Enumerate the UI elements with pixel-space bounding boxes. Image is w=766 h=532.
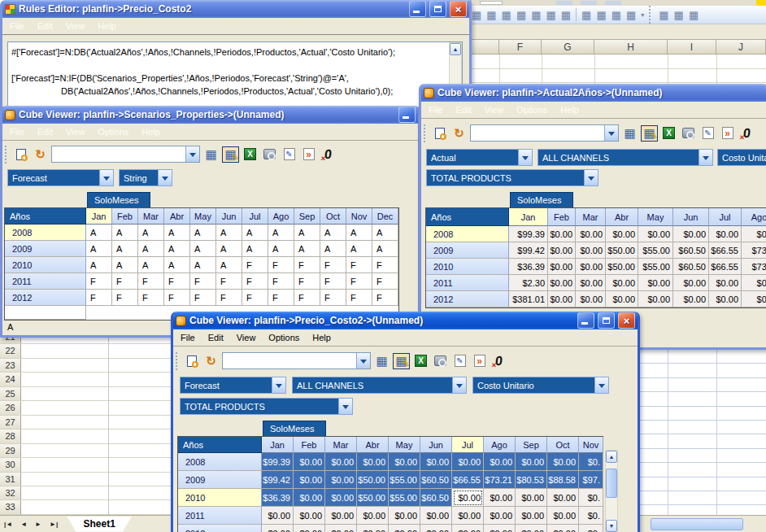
- column-header-feb[interactable]: Feb: [294, 437, 325, 453]
- column-header-dec[interactable]: Dec: [372, 208, 398, 225]
- row-label-2009[interactable]: 2009: [5, 241, 86, 257]
- cell-2012-may[interactable]: F: [190, 290, 216, 306]
- cell-2012-feb[interactable]: $0.00: [294, 525, 325, 532]
- row-label-2011[interactable]: 2011: [5, 273, 86, 290]
- cell-2008-feb[interactable]: A: [112, 225, 138, 241]
- row-header-29[interactable]: 29: [0, 444, 21, 457]
- dimension-combo-measure[interactable]: Costo Unitario: [472, 377, 609, 394]
- cell-2011-nov[interactable]: F: [346, 273, 372, 290]
- tm1-toolbar-icon[interactable]: ▦: [674, 9, 684, 21]
- tm1-toolbar-icon[interactable]: ▦: [659, 9, 668, 21]
- maximize-button[interactable]: [429, 1, 446, 17]
- cell-2011-ago[interactable]: $0.0: [742, 275, 766, 291]
- cell-2012-mar[interactable]: F: [138, 290, 164, 306]
- column-header-nov[interactable]: Nov: [346, 208, 372, 225]
- toolbar-grip[interactable]: [424, 124, 428, 142]
- cell-2012-jun[interactable]: F: [216, 290, 242, 306]
- cell-2011-may[interactable]: F: [190, 273, 216, 290]
- cell-2011-oct[interactable]: F: [320, 273, 346, 290]
- cell-2009-feb[interactable]: A: [112, 241, 138, 257]
- scrollbar-thumb[interactable]: [606, 469, 617, 498]
- cell-2008-feb[interactable]: $0.00: [294, 453, 325, 471]
- recalculate-icon[interactable]: ↻: [450, 125, 468, 142]
- cell-2008-jan[interactable]: $99.39: [262, 453, 294, 471]
- cell-2010-may[interactable]: A: [190, 257, 216, 273]
- cell-2008-ago[interactable]: A: [268, 225, 294, 241]
- column-header-sep[interactable]: Sep: [294, 208, 320, 225]
- cell-2011-abr[interactable]: $0.00: [606, 275, 638, 291]
- cell-2008-abr[interactable]: A: [164, 225, 190, 241]
- cell-2011-jan[interactable]: F: [86, 273, 112, 290]
- open-cube-icon[interactable]: [12, 146, 29, 163]
- column-header-jan[interactable]: Jan: [509, 208, 548, 226]
- column-header-j[interactable]: J: [716, 39, 766, 55]
- dimension-combo-measure[interactable]: Costo Unitario: [717, 149, 766, 166]
- cell-2008-nov[interactable]: $0.: [579, 453, 603, 471]
- cell-2011-jul[interactable]: $0.00: [709, 275, 742, 291]
- cell-2009-feb[interactable]: $0.00: [548, 242, 576, 259]
- cell-2011-sep[interactable]: $0.00: [516, 507, 547, 525]
- cell-2008-sep[interactable]: A: [294, 225, 320, 241]
- cell-2012-may[interactable]: $0.00: [638, 291, 673, 307]
- export-excel-icon[interactable]: X: [660, 125, 677, 142]
- cell-2011-sep[interactable]: F: [294, 273, 320, 290]
- cell-2008-dec[interactable]: A: [372, 225, 398, 241]
- edit-grid-icon[interactable]: ▦✎: [641, 125, 658, 142]
- cell-2008-oct[interactable]: $0.00: [547, 453, 579, 471]
- cell-2012-jul[interactable]: $0.00: [709, 291, 742, 307]
- row-label-2009[interactable]: 2009: [426, 242, 509, 259]
- row-label-2012[interactable]: 2012: [178, 525, 262, 532]
- column-header-jul[interactable]: Jul: [452, 437, 484, 453]
- column-dimension-tab[interactable]: SoloMeses: [87, 192, 150, 207]
- cell-2009-abr[interactable]: $50.00: [606, 242, 638, 259]
- row-header-28[interactable]: 28: [0, 430, 21, 443]
- menu-item-help[interactable]: Help: [135, 124, 167, 139]
- cell-2011-mar[interactable]: $0.00: [325, 507, 357, 525]
- column-header-oct[interactable]: Oct: [320, 208, 346, 225]
- minimize-button[interactable]: [577, 312, 594, 329]
- row-dimension-header[interactable]: Años: [5, 208, 86, 225]
- column-dimension-tab[interactable]: SoloMeses: [510, 192, 573, 207]
- cell-2012-jun[interactable]: $0.00: [673, 291, 709, 307]
- column-header-ago[interactable]: Ago: [484, 437, 516, 453]
- combo-dropdown-button[interactable]: [518, 150, 532, 165]
- row-dimension-header[interactable]: Años: [426, 208, 509, 226]
- menu-item-edit[interactable]: Edit: [450, 102, 478, 117]
- view-selector-combo[interactable]: [51, 146, 200, 163]
- cell-2009-ago[interactable]: $73.2: [742, 242, 766, 259]
- cell-2009-mar[interactable]: A: [138, 241, 164, 257]
- cell-2012-mar[interactable]: $0.00: [325, 525, 357, 532]
- cell-2010-ago[interactable]: F: [268, 257, 294, 273]
- dimension-combo-product[interactable]: TOTAL PRODUCTS: [426, 169, 598, 186]
- column-header-partial[interactable]: [472, 39, 499, 55]
- cell-2010-jul[interactable]: $0.00: [452, 489, 484, 507]
- cell-2009-nov[interactable]: A: [346, 241, 372, 257]
- cell-2008-sep[interactable]: $0.00: [516, 453, 547, 471]
- cell-2010-oct[interactable]: $0.00: [547, 489, 579, 507]
- cell-2011-mar[interactable]: $0.00: [576, 275, 606, 291]
- cell-2009-sep[interactable]: $80.53: [516, 471, 547, 489]
- column-header-abr[interactable]: Abr: [164, 208, 190, 225]
- column-header-h[interactable]: H: [594, 39, 668, 55]
- row-dimension-header[interactable]: Años: [178, 437, 262, 453]
- row-header-25[interactable]: 25: [0, 387, 21, 400]
- row-header-27[interactable]: 27: [0, 416, 21, 429]
- snapshot-icon[interactable]: [680, 125, 697, 142]
- cell-2010-jul[interactable]: $66.55: [709, 259, 742, 275]
- cell-2009-oct[interactable]: A: [320, 241, 346, 257]
- column-dimension-tab[interactable]: SoloMeses: [263, 421, 326, 436]
- cell-2009-jul[interactable]: $66.55: [709, 242, 742, 259]
- maximize-button[interactable]: [598, 312, 615, 329]
- cell-2010-dec[interactable]: F: [372, 257, 398, 273]
- horizontal-scrollbar[interactable]: [640, 515, 766, 532]
- cell-2012-jan[interactable]: F: [86, 290, 112, 306]
- cell-2012-jul[interactable]: $0.00: [452, 525, 484, 532]
- menu-item-help[interactable]: Help: [91, 19, 123, 33]
- row-label-2008[interactable]: 2008: [5, 225, 86, 241]
- menu-item-file[interactable]: File: [422, 102, 450, 117]
- suppress-zeroes-icon[interactable]: 0: [320, 146, 337, 163]
- row-header-32[interactable]: 32: [0, 486, 21, 499]
- cell-2009-jun[interactable]: A: [216, 241, 242, 257]
- cell-2012-mar[interactable]: $0.00: [576, 291, 606, 307]
- cell-2010-nov[interactable]: $0.: [579, 489, 603, 507]
